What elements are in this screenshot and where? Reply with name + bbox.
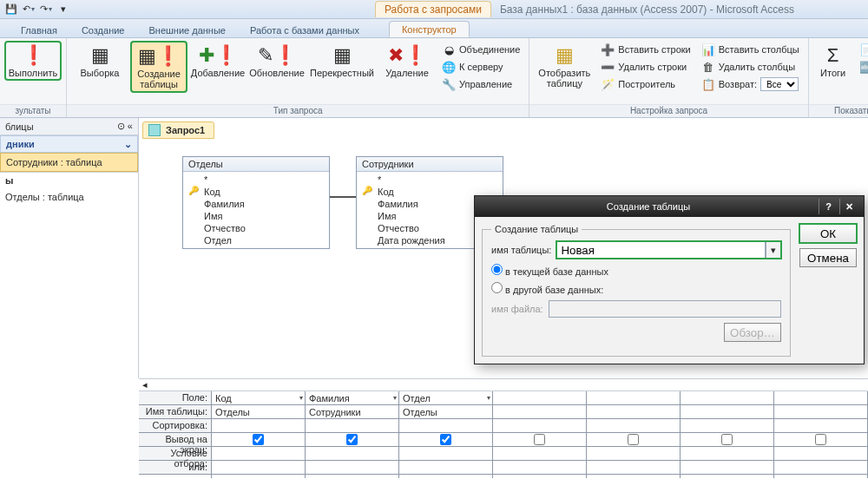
field-familia[interactable]: Фамилия (187, 198, 326, 210)
chevron-down-icon[interactable]: ⊙ « (117, 121, 133, 132)
cell-or[interactable] (774, 461, 867, 475)
cell-sort[interactable] (399, 419, 492, 433)
nav-item-employees-table[interactable]: Сотрудники : таблица (0, 153, 138, 172)
cell-or[interactable] (587, 461, 680, 475)
show-checkbox[interactable] (253, 434, 264, 445)
append-button[interactable]: ✚❗ Добавление (190, 42, 246, 80)
grid-col-6[interactable] (774, 391, 868, 478)
delete-rows-button[interactable]: ➖Удалить строки (597, 59, 694, 75)
run-button[interactable]: ❗ Выполнить (5, 42, 61, 80)
show-checkbox[interactable] (721, 434, 733, 445)
cell-criteria[interactable] (774, 447, 867, 461)
delete-cols-button[interactable]: 🗑Удалить столбцы (698, 59, 803, 75)
union-button[interactable]: ◒Объединение (438, 42, 523, 57)
cell-show[interactable] (212, 433, 305, 447)
cell-field[interactable]: Код (212, 391, 305, 405)
show-table-button[interactable]: ▦ Отобразить таблицу (535, 42, 594, 90)
grid-col-0[interactable]: КодОтделы (212, 391, 306, 478)
cell-criteria[interactable] (212, 447, 305, 461)
document-tab[interactable]: Запрос1 (142, 121, 214, 139)
save-icon[interactable]: 💾 (3, 2, 19, 17)
grid-col-4[interactable] (587, 391, 681, 478)
undo-icon[interactable]: ↶ (21, 2, 36, 17)
cell-field[interactable]: Фамилия (306, 391, 398, 405)
show-checkbox[interactable] (815, 434, 826, 445)
builder-button[interactable]: 🪄Построитель (597, 76, 694, 92)
cell-field[interactable] (587, 391, 680, 405)
tab-external-data[interactable]: Внешние данные (137, 23, 238, 37)
option-current-db[interactable]: в текущей базе данных (491, 264, 608, 277)
make-table-button[interactable]: ▦❗ Создание таблицы (131, 42, 187, 92)
field-star[interactable]: * (187, 174, 326, 186)
scroll-left-icon[interactable]: ◂ (142, 379, 148, 390)
splitter-bar[interactable]: ◂ (139, 379, 868, 391)
cell-criteria[interactable] (493, 447, 586, 461)
cell-show[interactable] (681, 433, 773, 447)
tab-designer[interactable]: Конструктор (389, 21, 470, 37)
field-imya[interactable]: Имя (187, 210, 326, 222)
cell-criteria[interactable] (399, 447, 492, 461)
grid-col-3[interactable] (493, 391, 587, 478)
cell-field[interactable]: Отдел (399, 391, 492, 405)
grid-col-2[interactable]: ОтделОтделы (399, 391, 493, 478)
table-departments[interactable]: Отделы * Код Фамилия Имя Отчество Отдел (182, 156, 330, 249)
cell-table[interactable] (587, 405, 680, 419)
qat-customize-icon[interactable]: ▾ (56, 2, 71, 17)
select-query-button[interactable]: ▦ Выборка (72, 42, 128, 80)
cell-sort[interactable] (681, 419, 773, 433)
cell-table[interactable] (681, 405, 773, 419)
nav-item-departments-table[interactable]: Отделы : таблица (0, 188, 138, 206)
cell-criteria[interactable] (681, 447, 773, 461)
cell-show[interactable] (587, 433, 680, 447)
cell-table[interactable] (774, 405, 867, 419)
cell-or[interactable] (681, 461, 773, 475)
table-name-input[interactable] (556, 241, 766, 259)
cell-field[interactable] (681, 391, 773, 405)
tab-database-tools[interactable]: Работа с базами данных (238, 23, 372, 37)
cell-sort[interactable] (306, 419, 398, 433)
table-names-button[interactable]: 🔤Име (856, 59, 868, 75)
show-checkbox[interactable] (440, 434, 451, 445)
cell-table[interactable]: Отделы (399, 405, 492, 419)
cell-sort[interactable] (212, 419, 305, 433)
cell-sort[interactable] (774, 419, 867, 433)
relationship-line[interactable] (330, 196, 356, 198)
crosstab-button[interactable]: ▦ Перекрестный (308, 42, 376, 80)
close-icon[interactable]: ✕ (839, 199, 858, 214)
show-checkbox[interactable] (534, 434, 545, 445)
cell-show[interactable] (774, 433, 867, 447)
grid-col-1[interactable]: ФамилияСотрудники (306, 391, 399, 478)
radio-other-db[interactable] (491, 282, 503, 293)
cell-or[interactable] (212, 461, 305, 475)
nav-section-employees[interactable]: дники ⌄ (0, 135, 138, 153)
insert-cols-button[interactable]: 📊Вставить столбцы (698, 42, 803, 57)
table-employees-header[interactable]: Сотрудники (357, 157, 503, 172)
tab-create[interactable]: Создание (69, 23, 137, 37)
data-definition-button[interactable]: 🔧Управление (438, 76, 523, 92)
tab-home[interactable]: Главная (9, 23, 69, 37)
insert-rows-button[interactable]: ➕Вставить строки (597, 42, 694, 57)
cell-field[interactable] (493, 391, 586, 405)
cell-table[interactable] (493, 405, 586, 419)
nav-header[interactable]: блицы ⊙ « (0, 118, 138, 135)
ok-button[interactable]: ОК (799, 224, 857, 243)
return-select[interactable]: Все (760, 77, 799, 91)
cell-show[interactable] (493, 433, 586, 447)
help-button[interactable]: ? (819, 199, 838, 214)
show-checkbox[interactable] (346, 434, 358, 445)
cell-or[interactable] (493, 461, 586, 475)
update-button[interactable]: ✎❗ Обновление (249, 42, 305, 80)
combo-dropdown-icon[interactable]: ▾ (766, 241, 781, 259)
radio-current-db[interactable] (491, 264, 503, 275)
table-departments-header[interactable]: Отделы (183, 157, 329, 172)
cell-show[interactable] (306, 433, 398, 447)
cell-field[interactable] (774, 391, 867, 405)
cell-criteria[interactable] (587, 447, 680, 461)
cell-table[interactable]: Сотрудники (306, 405, 398, 419)
cell-table[interactable]: Отделы (212, 405, 305, 419)
nav-section-departments[interactable]: ы (0, 172, 138, 188)
totals-button[interactable]: Σ Итоги (814, 42, 852, 80)
query-grid[interactable]: Поле: Имя таблицы: Сортировка: Вывод на … (139, 391, 868, 478)
delete-query-button[interactable]: ✖❗ Удаление (379, 42, 435, 80)
cancel-button[interactable]: Отмена (799, 248, 857, 267)
